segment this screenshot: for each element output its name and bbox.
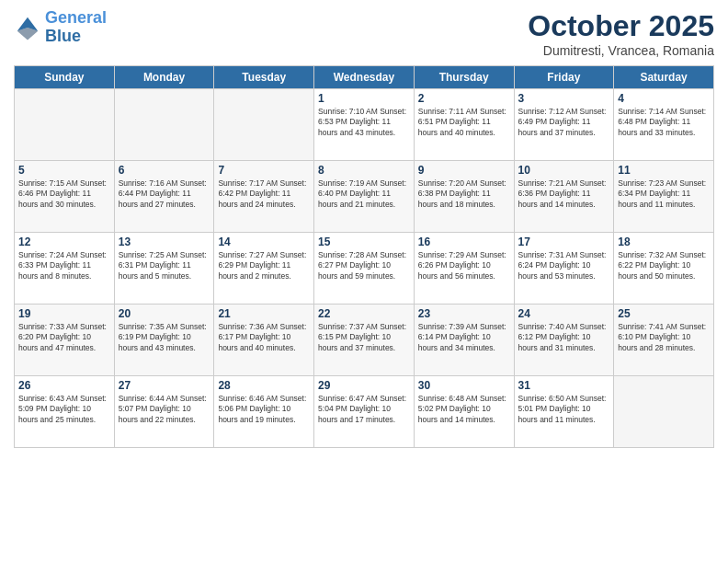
subtitle: Dumitresti, Vrancea, Romania bbox=[528, 43, 714, 58]
day-info: Sunrise: 7:32 AM Sunset: 6:22 PM Dayligh… bbox=[618, 250, 710, 282]
day-info: Sunrise: 7:33 AM Sunset: 6:20 PM Dayligh… bbox=[18, 322, 110, 353]
title-area: October 2025 Dumitresti, Vrancea, Romani… bbox=[528, 9, 714, 58]
day-info: Sunrise: 7:37 AM Sunset: 6:15 PM Dayligh… bbox=[318, 322, 410, 353]
calendar-day: 6Sunrise: 7:16 AM Sunset: 6:44 PM Daylig… bbox=[114, 161, 214, 233]
header-row: SundayMondayTuesdayWednesdayThursdayFrid… bbox=[15, 66, 714, 89]
day-number: 6 bbox=[119, 164, 210, 177]
calendar-day: 15Sunrise: 7:28 AM Sunset: 6:27 PM Dayli… bbox=[314, 233, 415, 304]
day-info: Sunrise: 7:25 AM Sunset: 6:31 PM Dayligh… bbox=[119, 250, 210, 282]
header: General Blue October 2025 Dumitresti, Vr… bbox=[14, 9, 714, 58]
calendar-day: 14Sunrise: 7:27 AM Sunset: 6:29 PM Dayli… bbox=[214, 233, 314, 304]
day-number: 8 bbox=[318, 164, 410, 177]
header-day: Friday bbox=[514, 66, 614, 89]
day-number: 27 bbox=[119, 379, 210, 392]
calendar-day: 28Sunrise: 6:46 AM Sunset: 5:06 PM Dayli… bbox=[214, 376, 314, 448]
day-number: 9 bbox=[418, 164, 510, 177]
calendar-day bbox=[114, 89, 214, 161]
logo-line2: Blue bbox=[45, 27, 81, 45]
day-info: Sunrise: 6:46 AM Sunset: 5:06 PM Dayligh… bbox=[218, 394, 310, 425]
day-info: Sunrise: 6:50 AM Sunset: 5:01 PM Dayligh… bbox=[518, 394, 610, 425]
day-number: 2 bbox=[418, 92, 510, 105]
calendar-day: 29Sunrise: 6:47 AM Sunset: 5:04 PM Dayli… bbox=[314, 376, 415, 448]
calendar-week: 19Sunrise: 7:33 AM Sunset: 6:20 PM Dayli… bbox=[15, 304, 714, 376]
calendar-day: 12Sunrise: 7:24 AM Sunset: 6:33 PM Dayli… bbox=[15, 233, 115, 304]
day-info: Sunrise: 7:24 AM Sunset: 6:33 PM Dayligh… bbox=[18, 250, 110, 282]
day-number: 14 bbox=[218, 236, 310, 248]
calendar-day: 16Sunrise: 7:29 AM Sunset: 6:26 PM Dayli… bbox=[414, 233, 514, 304]
day-number: 17 bbox=[518, 236, 610, 248]
calendar-day: 24Sunrise: 7:40 AM Sunset: 6:12 PM Dayli… bbox=[514, 304, 614, 376]
day-number: 31 bbox=[518, 379, 610, 392]
day-number: 21 bbox=[218, 307, 310, 320]
day-info: Sunrise: 6:44 AM Sunset: 5:07 PM Dayligh… bbox=[119, 394, 210, 425]
day-info: Sunrise: 7:20 AM Sunset: 6:38 PM Dayligh… bbox=[418, 178, 510, 210]
calendar-day: 23Sunrise: 7:39 AM Sunset: 6:14 PM Dayli… bbox=[414, 304, 514, 376]
page-container: General Blue October 2025 Dumitresti, Vr… bbox=[0, 0, 728, 457]
header-day: Wednesday bbox=[314, 66, 415, 89]
day-number: 3 bbox=[518, 92, 610, 105]
calendar-day: 30Sunrise: 6:48 AM Sunset: 5:02 PM Dayli… bbox=[414, 376, 514, 448]
day-number: 10 bbox=[518, 164, 610, 177]
calendar-week: 5Sunrise: 7:15 AM Sunset: 6:46 PM Daylig… bbox=[15, 161, 714, 233]
day-number: 16 bbox=[418, 236, 510, 248]
day-number: 25 bbox=[618, 307, 710, 320]
day-info: Sunrise: 7:19 AM Sunset: 6:40 PM Dayligh… bbox=[318, 178, 410, 210]
calendar-day: 4Sunrise: 7:14 AM Sunset: 6:48 PM Daylig… bbox=[614, 89, 714, 161]
header-day: Monday bbox=[114, 66, 214, 89]
day-info: Sunrise: 6:48 AM Sunset: 5:02 PM Dayligh… bbox=[418, 394, 510, 425]
day-info: Sunrise: 7:39 AM Sunset: 6:14 PM Dayligh… bbox=[418, 322, 510, 353]
day-info: Sunrise: 7:41 AM Sunset: 6:10 PM Dayligh… bbox=[618, 322, 710, 353]
calendar-day: 26Sunrise: 6:43 AM Sunset: 5:09 PM Dayli… bbox=[15, 376, 115, 448]
logo: General Blue bbox=[14, 9, 107, 46]
calendar-day bbox=[214, 89, 314, 161]
calendar-day: 5Sunrise: 7:15 AM Sunset: 6:46 PM Daylig… bbox=[15, 161, 115, 233]
calendar-day: 25Sunrise: 7:41 AM Sunset: 6:10 PM Dayli… bbox=[614, 304, 714, 376]
day-info: Sunrise: 6:47 AM Sunset: 5:04 PM Dayligh… bbox=[318, 394, 410, 425]
calendar-day: 13Sunrise: 7:25 AM Sunset: 6:31 PM Dayli… bbox=[114, 233, 214, 304]
calendar-week: 26Sunrise: 6:43 AM Sunset: 5:09 PM Dayli… bbox=[15, 376, 714, 448]
logo-icon bbox=[14, 14, 41, 41]
calendar-day: 20Sunrise: 7:35 AM Sunset: 6:19 PM Dayli… bbox=[114, 304, 214, 376]
day-number: 15 bbox=[318, 236, 410, 248]
day-number: 28 bbox=[218, 379, 310, 392]
day-info: Sunrise: 6:43 AM Sunset: 5:09 PM Dayligh… bbox=[18, 394, 110, 425]
day-info: Sunrise: 7:36 AM Sunset: 6:17 PM Dayligh… bbox=[218, 322, 310, 353]
day-info: Sunrise: 7:23 AM Sunset: 6:34 PM Dayligh… bbox=[618, 178, 710, 210]
day-number: 1 bbox=[318, 92, 410, 105]
day-number: 30 bbox=[418, 379, 510, 392]
calendar-week: 1Sunrise: 7:10 AM Sunset: 6:53 PM Daylig… bbox=[15, 89, 714, 161]
calendar-day: 1Sunrise: 7:10 AM Sunset: 6:53 PM Daylig… bbox=[314, 89, 415, 161]
calendar-day: 19Sunrise: 7:33 AM Sunset: 6:20 PM Dayli… bbox=[15, 304, 115, 376]
day-info: Sunrise: 7:31 AM Sunset: 6:24 PM Dayligh… bbox=[518, 250, 610, 282]
day-info: Sunrise: 7:15 AM Sunset: 6:46 PM Dayligh… bbox=[18, 178, 110, 210]
calendar-day: 7Sunrise: 7:17 AM Sunset: 6:42 PM Daylig… bbox=[214, 161, 314, 233]
day-info: Sunrise: 7:14 AM Sunset: 6:48 PM Dayligh… bbox=[618, 107, 710, 138]
day-number: 7 bbox=[218, 164, 310, 177]
day-number: 11 bbox=[618, 164, 710, 177]
day-info: Sunrise: 7:40 AM Sunset: 6:12 PM Dayligh… bbox=[518, 322, 610, 353]
day-number: 18 bbox=[618, 236, 710, 248]
day-number: 29 bbox=[318, 379, 410, 392]
month-title: October 2025 bbox=[528, 9, 714, 43]
header-day: Saturday bbox=[614, 66, 714, 89]
day-info: Sunrise: 7:28 AM Sunset: 6:27 PM Dayligh… bbox=[318, 250, 410, 282]
day-info: Sunrise: 7:35 AM Sunset: 6:19 PM Dayligh… bbox=[119, 322, 210, 353]
calendar-day: 31Sunrise: 6:50 AM Sunset: 5:01 PM Dayli… bbox=[514, 376, 614, 448]
calendar-day bbox=[15, 89, 115, 161]
calendar-day: 2Sunrise: 7:11 AM Sunset: 6:51 PM Daylig… bbox=[414, 89, 514, 161]
header-day: Tuesday bbox=[214, 66, 314, 89]
calendar-table: SundayMondayTuesdayWednesdayThursdayFrid… bbox=[14, 65, 714, 448]
day-number: 22 bbox=[318, 307, 410, 320]
header-day: Sunday bbox=[15, 66, 115, 89]
day-number: 20 bbox=[119, 307, 210, 320]
calendar-day: 8Sunrise: 7:19 AM Sunset: 6:40 PM Daylig… bbox=[314, 161, 415, 233]
calendar-week: 12Sunrise: 7:24 AM Sunset: 6:33 PM Dayli… bbox=[15, 233, 714, 304]
calendar-day: 17Sunrise: 7:31 AM Sunset: 6:24 PM Dayli… bbox=[514, 233, 614, 304]
calendar-day bbox=[614, 376, 714, 448]
calendar-day: 21Sunrise: 7:36 AM Sunset: 6:17 PM Dayli… bbox=[214, 304, 314, 376]
day-info: Sunrise: 7:12 AM Sunset: 6:49 PM Dayligh… bbox=[518, 107, 610, 138]
calendar-day: 18Sunrise: 7:32 AM Sunset: 6:22 PM Dayli… bbox=[614, 233, 714, 304]
calendar-day: 27Sunrise: 6:44 AM Sunset: 5:07 PM Dayli… bbox=[114, 376, 214, 448]
day-number: 19 bbox=[18, 307, 110, 320]
day-info: Sunrise: 7:27 AM Sunset: 6:29 PM Dayligh… bbox=[218, 250, 310, 282]
